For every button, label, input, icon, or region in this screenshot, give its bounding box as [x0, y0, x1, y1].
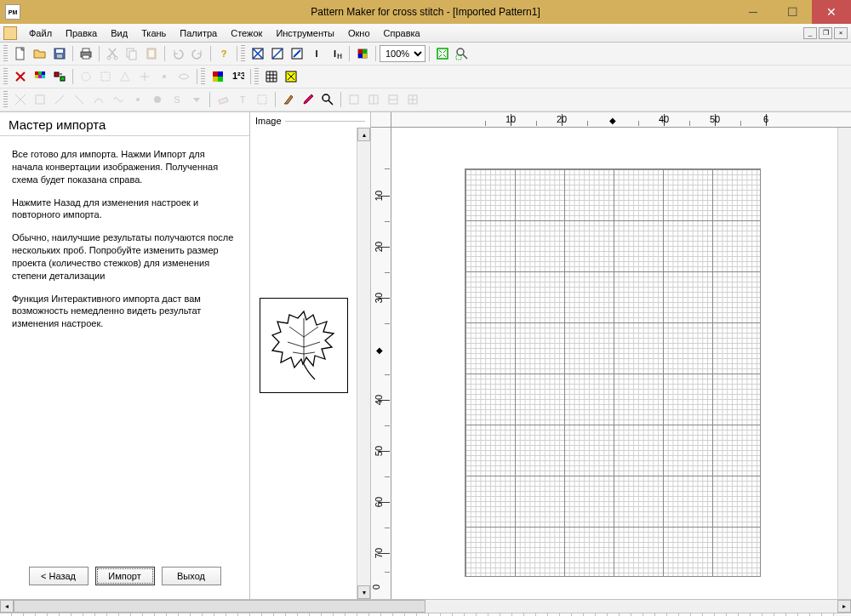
save-button[interactable]	[50, 44, 69, 63]
stitch-full-button[interactable]	[248, 44, 267, 63]
dropdown-button[interactable]	[187, 90, 206, 109]
draw-rect-button[interactable]	[31, 90, 49, 109]
draw-fill-button[interactable]	[148, 90, 167, 109]
mdi-minimize-button[interactable]: _	[803, 27, 817, 39]
layout-1-button[interactable]	[345, 90, 363, 109]
window-close-button[interactable]: ✕	[812, 0, 851, 24]
symbols-view-button[interactable]	[208, 67, 227, 86]
draw-dot-button[interactable]	[129, 90, 147, 109]
stitch-half-button[interactable]	[268, 44, 287, 63]
ruler-vertical[interactable]: 10 20 30 ◆ 40 50 60 70 0	[371, 128, 391, 599]
paintbrush-button[interactable]	[279, 90, 298, 109]
stitch-back-button[interactable]	[288, 44, 306, 63]
print-button[interactable]	[77, 44, 95, 63]
layout-4-button[interactable]	[403, 90, 422, 109]
image-pane-scrollbar[interactable]: ▴ ▾	[357, 128, 370, 599]
svg-rect-29	[38, 71, 42, 75]
ruler-horizontal[interactable]: 10 20 ◆ 40 50 6	[391, 112, 851, 128]
open-file-button[interactable]	[31, 44, 49, 63]
stitch-long-button[interactable]: Iн	[327, 44, 346, 63]
text-button[interactable]: T	[233, 90, 252, 109]
toolbar-grip[interactable]	[3, 91, 8, 108]
eyedropper-button[interactable]	[299, 90, 317, 109]
menu-tools[interactable]: Инструменты	[269, 26, 341, 40]
tool-d-button[interactable]	[135, 67, 154, 86]
ruler-tick: 70	[374, 548, 384, 558]
draw-line2-button[interactable]	[70, 90, 89, 109]
window-maximize-button[interactable]: ☐	[773, 0, 812, 24]
menu-palette[interactable]: Палитра	[173, 26, 224, 40]
canvas-draw-area[interactable]	[391, 128, 837, 599]
back-button[interactable]: < Назад	[29, 567, 89, 585]
help-button[interactable]: ?	[214, 44, 233, 63]
toolbar-grip[interactable]	[3, 45, 8, 62]
window-minimize-button[interactable]: ─	[734, 0, 773, 24]
scroll-down-icon[interactable]: ▾	[357, 585, 370, 599]
toolbar-grip[interactable]	[254, 68, 259, 85]
fit-to-window-button[interactable]	[433, 44, 452, 63]
delete-button[interactable]	[11, 67, 30, 86]
scroll-thumb[interactable]	[14, 600, 426, 613]
toolbar-grip[interactable]	[3, 68, 8, 85]
svg-text:?: ?	[221, 48, 227, 59]
pattern-grid[interactable]	[465, 168, 761, 577]
menu-help[interactable]: Справка	[377, 26, 427, 40]
svg-rect-6	[83, 55, 89, 59]
view-mode-1-button[interactable]	[353, 44, 372, 63]
draw-line-button[interactable]	[50, 90, 69, 109]
draw-full-button[interactable]	[11, 90, 30, 109]
tool-f-button[interactable]	[174, 67, 193, 86]
redo-button[interactable]	[188, 44, 207, 63]
draw-free-button[interactable]	[109, 90, 128, 109]
numbers-123-button[interactable]: 1²3	[228, 67, 247, 86]
layout-2-button[interactable]	[364, 90, 383, 109]
stitch-quarter-button[interactable]: I	[307, 44, 326, 63]
zoom-region-button[interactable]	[453, 44, 471, 63]
zoom-combobox[interactable]: 100%	[380, 45, 426, 62]
undo-button[interactable]	[168, 44, 187, 63]
image-preview-pane: Image ▴ ▾	[250, 112, 371, 599]
menu-file[interactable]: Файл	[22, 26, 59, 40]
highlight-button[interactable]	[282, 67, 300, 86]
menu-stitch[interactable]: Стежок	[224, 26, 269, 40]
eraser-button[interactable]	[214, 90, 232, 109]
select-rect-button[interactable]	[253, 90, 271, 109]
colors-palette-button[interactable]	[31, 67, 49, 86]
tool-b-button[interactable]	[96, 67, 115, 86]
scroll-left-icon[interactable]: ◂	[0, 600, 14, 613]
tool-c-button[interactable]	[116, 67, 134, 86]
scroll-right-icon[interactable]: ▸	[837, 600, 851, 613]
exit-button[interactable]: Выход	[162, 567, 221, 585]
svg-point-46	[136, 98, 140, 101]
toolbar-grip[interactable]	[241, 45, 245, 62]
menu-window[interactable]: Окно	[341, 26, 377, 40]
canvas-scrollbar-vertical[interactable]	[837, 128, 851, 599]
layout-3-button[interactable]	[384, 90, 403, 109]
toolbar-grip[interactable]	[201, 68, 205, 85]
mdi-close-button[interactable]: ×	[834, 27, 848, 39]
palette-bar[interactable]: // placeholder - swatches rendered inlin…	[0, 613, 851, 616]
magnifier-button[interactable]	[318, 90, 337, 109]
svg-rect-22	[363, 49, 367, 54]
spray-button[interactable]: S	[168, 90, 186, 109]
svg-rect-5	[83, 48, 89, 52]
menu-fabric[interactable]: Ткань	[134, 26, 173, 40]
import-button[interactable]: Импорт	[95, 567, 155, 585]
paste-button[interactable]	[142, 44, 161, 63]
mdi-restore-button[interactable]: ❐	[819, 27, 832, 39]
scroll-up-icon[interactable]: ▴	[357, 128, 370, 141]
copy-button[interactable]	[123, 44, 141, 63]
canvas-scrollbar-horizontal[interactable]: ◂ ▸	[0, 599, 851, 613]
tool-a-button[interactable]	[77, 67, 95, 86]
grid-toggle-button[interactable]	[262, 67, 281, 86]
new-file-button[interactable]	[11, 44, 30, 63]
svg-rect-40	[218, 71, 223, 77]
menu-view[interactable]: Вид	[104, 26, 134, 40]
replace-color-button[interactable]	[50, 67, 69, 86]
ruler-tick: 20	[374, 242, 384, 252]
tool-e-button[interactable]	[155, 67, 174, 86]
draw-curve-button[interactable]	[89, 90, 108, 109]
toolbar-row-1: ? I Iн 100%	[0, 43, 851, 66]
menu-edit[interactable]: Правка	[59, 26, 104, 40]
cut-button[interactable]	[103, 44, 122, 63]
